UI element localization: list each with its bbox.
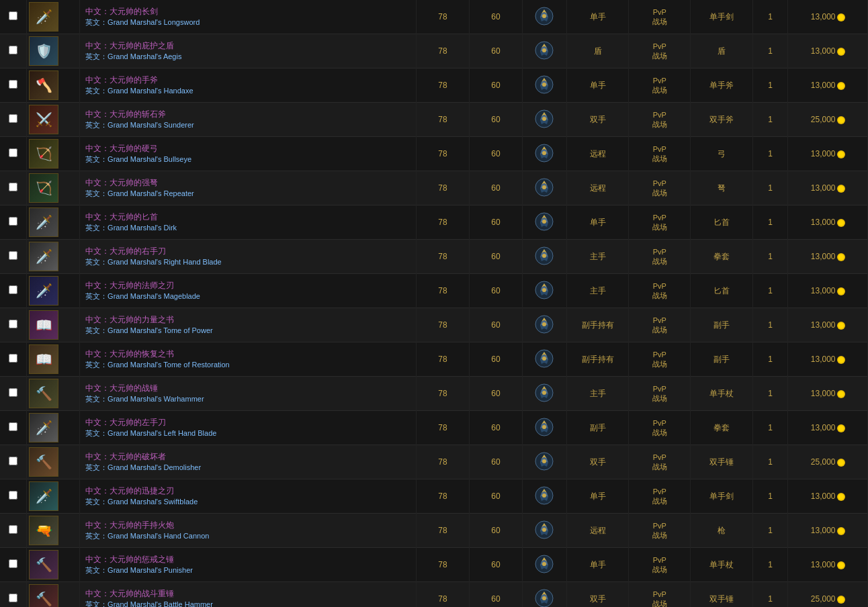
item-icon-image: 🔨 [29, 379, 58, 408]
svg-point-11 [542, 185, 546, 189]
item-weapon-type: 弓 [691, 137, 752, 171]
row-checkbox[interactable] [9, 11, 17, 20]
row-checkbox[interactable] [9, 525, 17, 534]
row-checkbox[interactable] [9, 46, 17, 54]
item-en-name[interactable]: 英文：Grand Marshal's Demolisher [85, 463, 410, 473]
price-value: 13,000 [811, 12, 836, 21]
item-pvp-requirement: PvP 战场 [629, 34, 691, 68]
item-en-name[interactable]: 英文：Grand Marshal's Battle Hammer [85, 600, 410, 607]
item-en-name[interactable]: 英文：Grand Marshal's Sunderer [85, 120, 410, 130]
item-cn-name: 中文：大元帅的匕首 [85, 212, 410, 223]
item-slot: 双手 [566, 582, 628, 608]
item-icon-image: 📖 [29, 310, 58, 340]
item-slot: 单手 [566, 548, 628, 582]
row-checkbox[interactable] [9, 285, 17, 294]
alliance-faction-icon [535, 144, 554, 162]
item-req-level: 60 [469, 445, 522, 479]
item-icon-image: 🔨 [29, 584, 58, 607]
price-value: 13,000 [811, 46, 836, 56]
item-name-cell: 中文：大元帅的硬弓英文：Grand Marshal's Bullseye [80, 137, 417, 171]
price-value: 13,000 [811, 526, 836, 535]
item-en-name[interactable]: 英文：Grand Marshal's Handaxe [85, 86, 410, 96]
item-cn-name: 中文：大元帅的右手刀 [85, 246, 410, 257]
table-row: 🏹中文：大元帅的硬弓英文：Grand Marshal's Bullseye786… [0, 137, 868, 171]
item-icon-cell: 📖 [27, 308, 80, 342]
row-checkbox[interactable] [9, 594, 17, 602]
row-checkbox-cell [0, 171, 27, 205]
item-en-name[interactable]: 英文：Grand Marshal's Repeater [85, 189, 410, 199]
item-en-name[interactable]: 英文：Grand Marshal's Hand Cannon [85, 531, 410, 541]
item-level: 78 [416, 137, 469, 171]
item-en-name[interactable]: 英文：Grand Marshal's Longsword [85, 17, 410, 28]
item-faction-cell [523, 445, 567, 479]
item-count: 1 [752, 240, 788, 274]
item-icon-image: 🔨 [29, 550, 58, 579]
item-en-name[interactable]: 英文：Grand Marshal's Warhammer [85, 394, 410, 404]
item-en-name[interactable]: 英文：Grand Marshal's Left Hand Blade [85, 428, 410, 438]
item-req-level: 60 [469, 0, 522, 34]
item-level: 78 [416, 0, 469, 34]
item-en-name[interactable]: 英文：Grand Marshal's Punisher [85, 565, 410, 575]
row-checkbox[interactable] [9, 183, 17, 191]
item-cn-name: 中文：大元帅的长剑 [85, 6, 410, 17]
row-checkbox[interactable] [9, 457, 17, 465]
item-level: 78 [416, 171, 469, 205]
row-checkbox[interactable] [9, 114, 17, 123]
svg-point-15 [542, 254, 546, 258]
svg-point-9 [542, 151, 546, 155]
alliance-faction-icon [535, 75, 554, 94]
row-checkbox[interactable] [9, 388, 17, 397]
row-checkbox[interactable] [9, 320, 17, 328]
row-checkbox[interactable] [9, 491, 17, 500]
svg-point-3 [542, 48, 546, 52]
row-checkbox[interactable] [9, 217, 17, 226]
item-level: 78 [416, 548, 469, 582]
item-weapon-type: 单手剑 [691, 0, 752, 34]
item-cn-name: 中文：大元帅的战锤 [85, 383, 410, 394]
pvp-text: PvP 战场 [652, 42, 667, 60]
price-value: 13,000 [811, 252, 836, 261]
row-checkbox-cell [0, 411, 27, 445]
item-en-name[interactable]: 英文：Grand Marshal's Aegis [85, 52, 410, 62]
item-count: 1 [752, 103, 788, 137]
row-checkbox[interactable] [9, 354, 17, 363]
price-value: 25,000 [811, 457, 836, 467]
item-en-name[interactable]: 英文：Grand Marshal's Tome of Restoration [85, 360, 410, 370]
table-row: 🏹中文：大元帅的强弩英文：Grand Marshal's Repeater786… [0, 171, 868, 205]
row-checkbox[interactable] [9, 251, 17, 260]
table-row: ⚔️中文：大元帅的斩石斧英文：Grand Marshal's Sunderer7… [0, 103, 868, 137]
item-en-name[interactable]: 英文：Grand Marshal's Tome of Power [85, 326, 410, 336]
gold-currency-icon [837, 561, 845, 569]
row-checkbox[interactable] [9, 422, 17, 431]
item-icon-image: ⚔️ [29, 105, 58, 134]
row-checkbox-cell [0, 582, 27, 608]
svg-point-17 [542, 288, 546, 292]
alliance-faction-icon [535, 212, 554, 231]
item-weapon-type: 副手 [691, 308, 752, 342]
item-slot: 远程 [566, 171, 628, 205]
table-row: 🗡️中文：大元帅的法师之刃英文：Grand Marshal's Mageblad… [0, 274, 868, 308]
item-en-name[interactable]: 英文：Grand Marshal's Swiftblade [85, 497, 410, 507]
table-row: 🗡️中文：大元帅的长剑英文：Grand Marshal's Longsword7… [0, 0, 868, 34]
item-en-name[interactable]: 英文：Grand Marshal's Mageblade [85, 291, 410, 301]
pvp-text: PvP 战场 [652, 522, 667, 539]
item-level: 78 [416, 445, 469, 479]
pvp-text: PvP 战场 [652, 556, 667, 573]
item-name-cell: 中文：大元帅的斩石斧英文：Grand Marshal's Sunderer [80, 103, 417, 137]
svg-point-25 [542, 425, 546, 429]
item-name-cell: 中文：大元帅的强弩英文：Grand Marshal's Repeater [80, 171, 417, 205]
svg-point-33 [542, 562, 546, 566]
pvp-text: PvP 战场 [652, 77, 667, 94]
alliance-faction-icon [535, 246, 554, 265]
item-price: 13,000 [788, 308, 868, 342]
pvp-text: PvP 战场 [652, 111, 667, 128]
item-en-name[interactable]: 英文：Grand Marshal's Right Hand Blade [85, 257, 410, 267]
row-checkbox[interactable] [9, 559, 17, 568]
item-en-name[interactable]: 英文：Grand Marshal's Bullseye [85, 154, 410, 165]
item-cn-name: 中文：大元帅的斩石斧 [85, 109, 410, 120]
row-checkbox[interactable] [9, 80, 17, 89]
pvp-text: PvP 战场 [652, 453, 667, 471]
row-checkbox-cell [0, 274, 27, 308]
row-checkbox[interactable] [9, 148, 17, 157]
item-en-name[interactable]: 英文：Grand Marshal's Dirk [85, 223, 410, 233]
